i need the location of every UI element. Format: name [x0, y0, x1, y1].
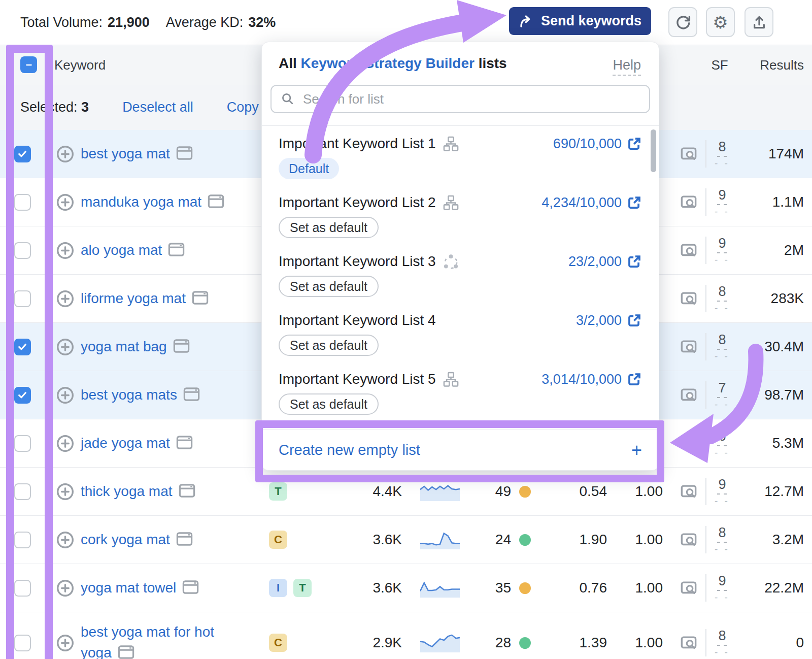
serp-analysis-icon[interactable]	[680, 194, 697, 210]
sf-value[interactable]: 9	[717, 573, 727, 591]
sf-value[interactable]: 9	[717, 477, 727, 495]
serp-analysis-icon[interactable]	[680, 243, 697, 258]
external-link-icon[interactable]	[627, 313, 642, 328]
settings-button[interactable]: ⚙	[706, 7, 735, 37]
sf-value[interactable]: 8	[717, 139, 727, 157]
row-checkbox[interactable]	[14, 387, 31, 404]
expand-plus-icon[interactable]	[56, 634, 75, 652]
serp-analysis-icon[interactable]	[680, 291, 697, 306]
results-column-header[interactable]: Results	[760, 45, 804, 85]
keyword-link[interactable]: best yoga mats	[81, 387, 177, 403]
keyword-link[interactable]: best yoga mat for hot yoga	[81, 624, 214, 659]
serp-features-icon[interactable]	[118, 645, 134, 659]
list-name[interactable]: Important Keyword List 3	[279, 253, 436, 270]
list-count-link[interactable]: 4,234/10,000	[542, 195, 622, 211]
sf-value[interactable]: 7	[717, 380, 727, 398]
list-name[interactable]: Important Keyword List 5	[279, 371, 436, 387]
list-name[interactable]: Important Keyword List 1	[279, 136, 436, 152]
expand-plus-icon[interactable]	[56, 145, 75, 163]
help-link[interactable]: Help	[613, 57, 641, 76]
expand-plus-icon[interactable]	[56, 434, 75, 453]
serp-features-icon[interactable]	[176, 436, 193, 452]
list-count-link[interactable]: 3/2,000	[576, 313, 622, 328]
expand-plus-icon[interactable]	[56, 193, 75, 212]
list-count-link[interactable]: 3,014/10,000	[542, 372, 622, 387]
row-checkbox[interactable]	[14, 194, 31, 211]
list-name[interactable]: Important Keyword List 2	[279, 194, 436, 211]
sf-column-header[interactable]: SF	[705, 45, 734, 85]
popup-scrollbar[interactable]	[651, 129, 656, 172]
external-link-icon[interactable]	[627, 254, 642, 269]
row-checkbox[interactable]	[14, 290, 31, 307]
ksb-link[interactable]: Keyword Strategy Builder	[301, 55, 475, 71]
search-list-input[interactable]	[302, 91, 640, 108]
serp-features-icon[interactable]	[168, 243, 185, 259]
serp-analysis-icon[interactable]	[680, 532, 697, 547]
refresh-button[interactable]	[668, 7, 697, 37]
serp-analysis-icon[interactable]	[680, 339, 697, 354]
sf-value[interactable]: 8	[717, 628, 727, 646]
sf-value[interactable]: 8	[717, 525, 727, 543]
sf-value[interactable]: 6	[717, 429, 727, 446]
keyword-link[interactable]: manduka yoga mat	[81, 194, 201, 210]
expand-plus-icon[interactable]	[56, 241, 75, 260]
serp-features-icon[interactable]	[179, 484, 195, 501]
expand-plus-icon[interactable]	[56, 579, 75, 598]
sf-value[interactable]: 8	[717, 284, 727, 302]
list-default-badge[interactable]: Set as default	[279, 276, 379, 297]
serp-analysis-icon[interactable]	[680, 635, 697, 650]
expand-plus-icon[interactable]	[56, 386, 75, 405]
sf-value[interactable]: 9	[717, 236, 727, 253]
external-link-icon[interactable]	[627, 136, 642, 151]
create-new-list-button[interactable]: Create new empty list +	[262, 430, 659, 470]
expand-plus-icon[interactable]	[56, 289, 75, 308]
external-link-icon[interactable]	[627, 195, 642, 210]
row-checkbox[interactable]	[14, 146, 31, 162]
sf-value[interactable]: 9	[717, 187, 727, 205]
row-checkbox[interactable]	[14, 435, 31, 452]
row-checkbox[interactable]	[14, 580, 31, 597]
keyword-link[interactable]: alo yoga mat	[81, 242, 162, 258]
expand-plus-icon[interactable]	[56, 531, 75, 549]
expand-plus-icon[interactable]	[56, 482, 75, 501]
copy-link[interactable]: Copy	[227, 100, 259, 115]
external-link-icon[interactable]	[627, 372, 642, 387]
select-all-checkbox[interactable]	[20, 56, 37, 73]
keyword-column-header[interactable]: Keyword	[54, 45, 106, 85]
list-count-link[interactable]: 690/10,000	[553, 136, 622, 152]
serp-features-icon[interactable]	[182, 580, 199, 597]
sf-value[interactable]: 8	[717, 332, 727, 350]
row-checkbox[interactable]	[14, 532, 31, 548]
deselect-all-link[interactable]: Deselect all	[122, 100, 193, 115]
serp-analysis-icon[interactable]	[680, 580, 697, 596]
keyword-link[interactable]: best yoga mat	[81, 146, 170, 161]
expand-plus-icon[interactable]	[56, 338, 75, 356]
list-count-link[interactable]: 23/2,000	[568, 254, 622, 270]
keyword-link[interactable]: cork yoga mat	[81, 532, 170, 547]
row-checkbox[interactable]	[14, 339, 31, 355]
row-checkbox[interactable]	[14, 635, 31, 651]
serp-features-icon[interactable]	[176, 146, 193, 163]
serp-analysis-icon[interactable]	[680, 146, 697, 161]
serp-analysis-icon[interactable]	[680, 484, 697, 499]
export-button[interactable]	[745, 7, 773, 37]
serp-analysis-icon[interactable]	[680, 387, 697, 403]
row-checkbox[interactable]	[14, 483, 31, 500]
send-keywords-button[interactable]: Send keywords	[509, 7, 651, 35]
keyword-link[interactable]: yoga mat towel	[81, 580, 176, 596]
serp-features-icon[interactable]	[176, 532, 193, 549]
serp-analysis-icon[interactable]	[680, 436, 697, 451]
list-default-badge[interactable]: Set as default	[279, 335, 379, 356]
list-default-badge[interactable]: Set as default	[279, 393, 379, 415]
serp-features-icon[interactable]	[192, 291, 209, 308]
list-default-badge[interactable]: Set as default	[279, 217, 379, 238]
keyword-link[interactable]: yoga mat bag	[81, 339, 167, 354]
list-name[interactable]: Important Keyword List 4	[279, 312, 436, 328]
row-checkbox[interactable]	[14, 242, 31, 259]
keyword-link[interactable]: thick yoga mat	[81, 483, 173, 499]
serp-features-icon[interactable]	[208, 194, 224, 211]
serp-features-icon[interactable]	[173, 339, 190, 356]
keyword-link[interactable]: jade yoga mat	[81, 435, 170, 451]
serp-features-icon[interactable]	[183, 387, 200, 404]
keyword-link[interactable]: liforme yoga mat	[81, 290, 186, 306]
